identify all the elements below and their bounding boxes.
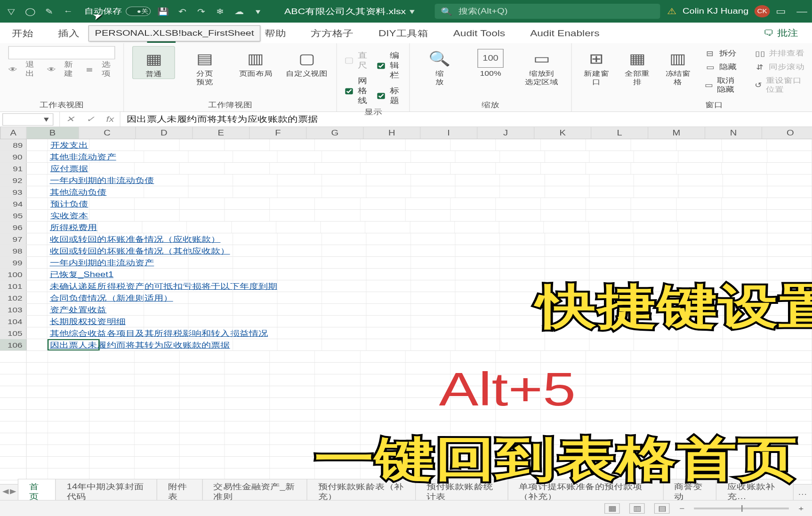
cell[interactable] xyxy=(144,327,189,339)
row-header[interactable]: 91 xyxy=(0,163,27,174)
row-header[interactable] xyxy=(0,445,27,456)
cell[interactable] xyxy=(767,339,812,350)
cell[interactable] xyxy=(322,175,367,186)
cell[interactable] xyxy=(631,398,676,409)
cell[interactable] xyxy=(367,245,411,256)
cell[interactable] xyxy=(456,186,500,198)
cell[interactable] xyxy=(723,222,767,233)
cell[interactable] xyxy=(410,222,455,233)
arrange-all-button[interactable]: ▦全部重排 xyxy=(621,46,653,86)
cell[interactable] xyxy=(180,374,225,386)
zoom-slider[interactable] xyxy=(694,508,789,509)
cell[interactable] xyxy=(722,351,767,362)
cell[interactable] xyxy=(48,386,89,397)
cell[interactable] xyxy=(144,186,189,198)
column-header-G[interactable]: G xyxy=(306,127,363,139)
cell[interactable] xyxy=(26,186,47,198)
cell[interactable] xyxy=(278,292,322,303)
cell[interactable]: 一年内到期的非流动资产 xyxy=(48,257,100,268)
cell[interactable] xyxy=(315,363,361,374)
cell[interactable] xyxy=(496,351,541,362)
cell[interactable] xyxy=(767,151,812,162)
cell[interactable] xyxy=(723,186,768,198)
tab-fangfang[interactable]: 方方格子 xyxy=(307,24,357,42)
cell[interactable]: 因出票人未履约而将其转为应收账款的票据 xyxy=(48,339,100,350)
cell[interactable] xyxy=(676,363,722,374)
cell[interactable] xyxy=(278,304,322,315)
side-by-side-button[interactable]: ▯▯并排查看 xyxy=(752,48,807,59)
column-header-O[interactable]: O xyxy=(762,127,812,139)
cell[interactable] xyxy=(89,363,135,374)
cell[interactable] xyxy=(135,198,180,209)
cell[interactable] xyxy=(722,363,767,374)
cell[interactable] xyxy=(270,374,315,386)
cell[interactable] xyxy=(678,233,723,245)
row-header[interactable]: 92 xyxy=(0,175,26,186)
row-header[interactable]: 101 xyxy=(0,280,26,292)
cell[interactable] xyxy=(89,433,135,445)
cell[interactable] xyxy=(722,386,767,397)
cell[interactable] xyxy=(26,280,47,292)
cell[interactable] xyxy=(26,316,47,327)
cell[interactable] xyxy=(189,327,233,339)
row-header[interactable]: 89 xyxy=(0,139,27,151)
cell[interactable] xyxy=(455,222,499,233)
exit-view-button[interactable]: 退出 xyxy=(25,60,39,78)
cell[interactable] xyxy=(27,457,48,468)
row-header[interactable] xyxy=(0,410,27,421)
cell[interactable] xyxy=(144,151,189,162)
cell[interactable] xyxy=(48,363,89,374)
cell[interactable] xyxy=(411,327,456,339)
cell[interactable] xyxy=(541,351,586,362)
cell[interactable] xyxy=(26,151,47,162)
cell[interactable] xyxy=(405,163,450,174)
cell[interactable] xyxy=(723,245,768,256)
cell[interactable] xyxy=(589,175,634,186)
cell[interactable] xyxy=(135,386,180,397)
cell[interactable] xyxy=(496,198,541,209)
cell[interactable] xyxy=(589,186,634,198)
cell[interactable] xyxy=(180,468,225,480)
cell[interactable] xyxy=(315,198,361,209)
cell[interactable] xyxy=(411,304,456,315)
cell[interactable] xyxy=(544,222,589,233)
normal-view-icon[interactable]: ▦ xyxy=(605,503,620,514)
cell[interactable] xyxy=(322,186,367,198)
cell[interactable] xyxy=(278,245,322,256)
cell[interactable]: 资产处置收益 xyxy=(48,304,100,315)
cell[interactable] xyxy=(89,445,135,456)
cell[interactable] xyxy=(225,457,270,468)
cell[interactable] xyxy=(26,233,47,245)
column-header-D[interactable]: D xyxy=(136,127,193,139)
cell[interactable] xyxy=(722,210,767,221)
cell[interactable]: 其他流动负债 xyxy=(48,186,100,198)
cell[interactable] xyxy=(586,386,631,397)
cell[interactable]: 已恢复_Sheet1 xyxy=(48,269,100,280)
cell[interactable] xyxy=(189,151,233,162)
cell[interactable] xyxy=(360,139,405,151)
pagelayout-view-button[interactable]: ▥页面布局 xyxy=(234,46,277,78)
cell[interactable] xyxy=(144,269,189,280)
row-header[interactable]: 102 xyxy=(0,292,26,303)
cell[interactable] xyxy=(631,363,676,374)
cell[interactable] xyxy=(225,421,270,433)
cell[interactable] xyxy=(456,151,500,162)
cell[interactable] xyxy=(767,186,812,198)
column-header-E[interactable]: E xyxy=(193,127,250,139)
cell[interactable] xyxy=(367,316,411,327)
cell[interactable]: 长期股权投资明细 xyxy=(48,316,100,327)
cell[interactable] xyxy=(187,222,232,233)
cell[interactable] xyxy=(678,245,723,256)
cell[interactable] xyxy=(270,386,315,397)
column-header-L[interactable]: L xyxy=(591,127,648,139)
cell[interactable] xyxy=(189,257,233,268)
cell[interactable] xyxy=(89,351,135,362)
cell[interactable] xyxy=(225,198,270,209)
cell[interactable] xyxy=(27,410,48,421)
cell[interactable] xyxy=(225,210,270,221)
column-header-K[interactable]: K xyxy=(534,127,591,139)
cell[interactable]: 未确认递延所得税资产的可抵扣亏损将于以下年度到期 xyxy=(48,280,100,292)
tab-scroll-right-icon[interactable]: ▶ xyxy=(10,487,16,495)
row-header[interactable] xyxy=(0,421,27,433)
cell[interactable] xyxy=(144,316,189,327)
